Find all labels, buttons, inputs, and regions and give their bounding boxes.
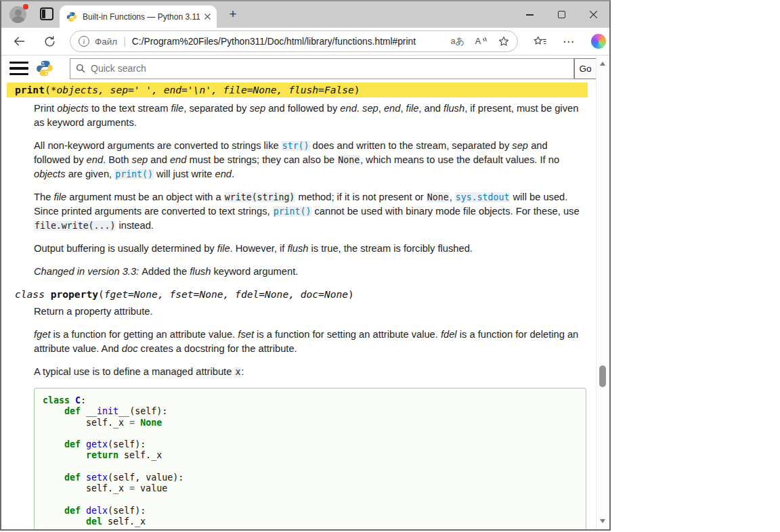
maximize-button[interactable] — [546, 1, 578, 28]
avatar-body — [12, 16, 24, 23]
code-line — [43, 428, 578, 439]
text-run: ( — [98, 288, 104, 300]
text-run: flush — [287, 243, 308, 254]
text-run: is a function for setting an attribute v… — [254, 329, 441, 340]
text-run: must be strings; they can also be — [186, 154, 337, 165]
text-run: is a function for getting an attribute v… — [51, 329, 238, 340]
doc-paragraph: Return a property attribute. — [34, 305, 586, 319]
settings-more-icon[interactable]: ⋯ — [563, 35, 575, 49]
text-run: property — [51, 288, 98, 300]
scrollbar-down-icon[interactable] — [600, 519, 605, 523]
text-run: flush — [190, 266, 211, 277]
menu-icon[interactable] — [9, 62, 28, 75]
text-run: objects — [34, 169, 66, 179]
text-run: class — [15, 288, 51, 300]
property-signature[interactable]: class property(fget=None, fset=None, fde… — [7, 288, 597, 301]
browser-tab[interactable]: Built-in Functions — Python 3.11.5 — [60, 5, 217, 28]
text-run — [43, 506, 64, 516]
search-field-wrap — [70, 58, 574, 79]
tab-close-icon[interactable] — [204, 13, 211, 20]
text-run: file — [171, 103, 183, 114]
text-run: file — [217, 243, 230, 254]
python-logo[interactable] — [36, 60, 53, 77]
text-run: Output buffering is usually determined b… — [34, 243, 217, 254]
favorite-star-icon[interactable] — [497, 35, 511, 48]
text-run: *objects, sep=' ', end='\n', file=None, … — [51, 84, 354, 95]
doc-header: Go — [1, 58, 597, 79]
doc-paragraph: The file argument must be an object with… — [34, 190, 586, 233]
minimize-icon — [526, 14, 534, 16]
code-line: def __init__(self): — [43, 406, 578, 417]
text-run — [43, 439, 64, 449]
text-run: file — [406, 103, 419, 114]
text-run: delx — [86, 506, 108, 516]
text-run: Print — [34, 103, 57, 114]
close-button[interactable] — [578, 1, 609, 28]
text-run: . — [357, 103, 362, 114]
text-run — [81, 439, 86, 449]
text-run: does and written to the stream, separate… — [310, 140, 513, 151]
search-input[interactable] — [70, 58, 574, 79]
text-run: C — [75, 395, 81, 405]
code-link[interactable]: sys.stdout — [455, 192, 511, 202]
tab-title: Built-in Functions — Python 3.11.5 — [83, 12, 200, 22]
code-line — [43, 495, 578, 506]
code-example-block[interactable]: class C: def __init__(self): self._x = N… — [34, 388, 586, 529]
text-run: file — [53, 192, 66, 202]
svg-text:A: A — [475, 37, 481, 46]
text-run: None — [140, 418, 162, 428]
doc-paragraph: A typical use is to define a managed att… — [34, 365, 586, 379]
protocol-label[interactable]: Файл — [95, 37, 117, 47]
print-signature[interactable]: print(*objects, sep=' ', end='\n', file=… — [15, 83, 588, 96]
text-run: end — [215, 169, 232, 179]
text-run: setx — [86, 472, 108, 483]
url-text[interactable]: C:/Program%20Files/Python311/Doc/html/li… — [132, 37, 416, 47]
text-run: : — [241, 366, 244, 377]
maximize-icon — [558, 11, 565, 18]
print-signature-highlight: print(*objects, sep=' ', end='\n', file=… — [7, 83, 588, 97]
text-run: end — [340, 103, 357, 114]
address-separator: | — [123, 36, 126, 47]
text-run: del — [86, 516, 102, 527]
text-run: flush — [443, 103, 464, 114]
minimize-button[interactable] — [514, 1, 546, 28]
text-run: self._x — [43, 483, 129, 493]
text-run: end — [170, 154, 187, 165]
text-run: All non-keyword arguments are converted … — [34, 140, 282, 151]
text-run: keyword argument. — [211, 266, 298, 277]
copilot-icon[interactable] — [591, 34, 606, 49]
go-button[interactable]: Go — [574, 58, 597, 79]
workspaces-icon[interactable] — [40, 7, 53, 20]
text-run: getx — [86, 439, 108, 449]
text-run: ) — [348, 288, 354, 300]
read-aloud-icon[interactable]: A — [474, 35, 488, 48]
text-run: . However, if — [230, 243, 288, 254]
code-link[interactable]: str() — [282, 141, 310, 151]
code-link[interactable]: print() — [114, 169, 154, 179]
code-line: return self._x — [43, 450, 578, 461]
back-button[interactable] — [12, 35, 26, 48]
text-run: and — [148, 154, 170, 165]
text-run: write(string) — [224, 192, 295, 202]
text-run: end — [384, 103, 401, 114]
property-entry: class property(fget=None, fset=None, fde… — [1, 288, 597, 379]
text-run: objects — [57, 103, 89, 114]
text-run: doc — [122, 343, 138, 354]
refresh-button[interactable] — [43, 35, 56, 48]
text-run: fdel — [441, 329, 457, 340]
site-info-icon[interactable]: i — [79, 36, 89, 47]
page-scrollbar[interactable] — [596, 56, 608, 529]
scrollbar-up-icon[interactable] — [600, 62, 605, 66]
text-run: method; if it is not present or — [295, 192, 426, 202]
code-line: self._x = value — [43, 483, 578, 494]
favorites-hub-icon[interactable] — [533, 35, 546, 48]
address-bar[interactable]: i Файл | C:/Program%20Files/Python311/Do… — [70, 30, 518, 52]
text-run: , — [400, 103, 406, 114]
code-link[interactable]: print() — [273, 206, 312, 217]
profile-notification-dot — [23, 4, 28, 9]
new-tab-button[interactable]: + — [225, 7, 240, 22]
text-run: , which means to use the default values.… — [360, 154, 559, 165]
translate-icon[interactable]: aあ — [450, 35, 464, 47]
property-description: Return a property attribute.fget is a fu… — [34, 305, 586, 379]
scrollbar-thumb[interactable] — [599, 365, 606, 387]
